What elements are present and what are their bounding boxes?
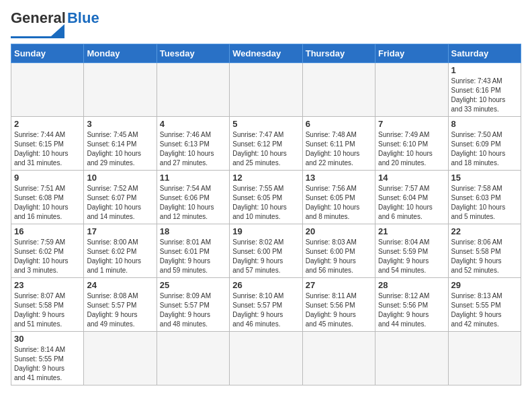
day-number: 9 [14, 173, 81, 183]
calendar-day-cell: 15Sunrise: 7:58 AM Sunset: 6:03 PM Dayli… [448, 171, 521, 224]
day-number: 28 [378, 280, 445, 290]
day-number: 10 [87, 173, 153, 183]
logo: General Blue [11, 11, 99, 38]
day-number: 23 [14, 280, 81, 290]
day-info: Sunrise: 8:00 AM Sunset: 6:02 PM Dayligh… [87, 238, 153, 275]
day-number: 24 [87, 280, 153, 290]
day-info: Sunrise: 7:43 AM Sunset: 6:16 PM Dayligh… [451, 77, 518, 114]
day-info: Sunrise: 8:04 AM Sunset: 5:59 PM Dayligh… [378, 238, 445, 275]
day-info: Sunrise: 8:12 AM Sunset: 5:56 PM Dayligh… [378, 291, 445, 329]
calendar-day-cell: 4Sunrise: 7:46 AM Sunset: 6:13 PM Daylig… [157, 117, 229, 171]
calendar-day-cell: 12Sunrise: 7:55 AM Sunset: 6:05 PM Dayli… [230, 171, 302, 224]
calendar-day-cell: 16Sunrise: 7:59 AM Sunset: 6:02 PM Dayli… [11, 224, 84, 278]
day-number: 27 [306, 280, 372, 290]
calendar: SundayMondayTuesdayWednesdayThursdayFrid… [11, 44, 521, 385]
day-info: Sunrise: 7:46 AM Sunset: 6:13 PM Dayligh… [160, 130, 226, 168]
weekday-header-row: SundayMondayTuesdayWednesdayThursdayFrid… [11, 44, 521, 63]
day-number: 15 [451, 173, 518, 183]
day-number: 3 [87, 119, 153, 129]
day-info: Sunrise: 7:51 AM Sunset: 6:08 PM Dayligh… [14, 184, 81, 222]
calendar-day-cell: 2Sunrise: 7:44 AM Sunset: 6:15 PM Daylig… [11, 117, 84, 171]
day-number: 25 [160, 280, 226, 290]
day-info: Sunrise: 7:44 AM Sunset: 6:15 PM Dayligh… [14, 130, 81, 168]
calendar-day-cell: 14Sunrise: 7:57 AM Sunset: 6:04 PM Dayli… [375, 171, 448, 224]
calendar-day-cell [84, 332, 157, 385]
day-number: 17 [87, 226, 153, 236]
day-info: Sunrise: 7:58 AM Sunset: 6:03 PM Dayligh… [451, 184, 518, 222]
day-number: 19 [232, 226, 299, 236]
day-info: Sunrise: 8:01 AM Sunset: 6:01 PM Dayligh… [160, 238, 226, 275]
day-info: Sunrise: 7:45 AM Sunset: 6:14 PM Dayligh… [87, 130, 153, 168]
day-info: Sunrise: 7:47 AM Sunset: 6:12 PM Dayligh… [232, 130, 299, 168]
calendar-day-cell: 18Sunrise: 8:01 AM Sunset: 6:01 PM Dayli… [157, 224, 229, 278]
weekday-header-wednesday: Wednesday [230, 44, 302, 63]
day-number: 2 [14, 119, 81, 129]
day-info: Sunrise: 8:02 AM Sunset: 6:00 PM Dayligh… [232, 238, 299, 275]
calendar-day-cell [230, 332, 302, 385]
calendar-day-cell [230, 63, 302, 117]
calendar-day-cell: 1Sunrise: 7:43 AM Sunset: 6:16 PM Daylig… [448, 63, 521, 117]
calendar-day-cell [302, 332, 375, 385]
calendar-day-cell: 7Sunrise: 7:49 AM Sunset: 6:10 PM Daylig… [375, 117, 448, 171]
day-info: Sunrise: 8:13 AM Sunset: 5:55 PM Dayligh… [451, 291, 518, 329]
day-number: 22 [451, 226, 518, 236]
day-number: 7 [378, 119, 445, 129]
day-number: 16 [14, 226, 81, 236]
calendar-week-row: 2Sunrise: 7:44 AM Sunset: 6:15 PM Daylig… [11, 117, 521, 171]
calendar-day-cell: 13Sunrise: 7:56 AM Sunset: 6:05 PM Dayli… [302, 171, 375, 224]
weekday-header-saturday: Saturday [448, 44, 521, 63]
day-info: Sunrise: 7:54 AM Sunset: 6:06 PM Dayligh… [160, 184, 226, 222]
day-info: Sunrise: 7:48 AM Sunset: 6:11 PM Dayligh… [306, 130, 372, 168]
logo-text-blue: Blue [67, 11, 99, 26]
day-number: 6 [306, 119, 372, 129]
calendar-day-cell: 11Sunrise: 7:54 AM Sunset: 6:06 PM Dayli… [157, 171, 229, 224]
calendar-day-cell [157, 63, 229, 117]
weekday-header-monday: Monday [84, 44, 157, 63]
calendar-day-cell: 17Sunrise: 8:00 AM Sunset: 6:02 PM Dayli… [84, 224, 157, 278]
weekday-header-tuesday: Tuesday [157, 44, 229, 63]
calendar-day-cell: 6Sunrise: 7:48 AM Sunset: 6:11 PM Daylig… [302, 117, 375, 171]
calendar-day-cell [157, 332, 229, 385]
day-number: 26 [232, 280, 299, 290]
day-number: 30 [14, 334, 81, 344]
calendar-day-cell: 19Sunrise: 8:02 AM Sunset: 6:00 PM Dayli… [230, 224, 302, 278]
calendar-day-cell: 10Sunrise: 7:52 AM Sunset: 6:07 PM Dayli… [84, 171, 157, 224]
calendar-day-cell [375, 63, 448, 117]
day-number: 4 [160, 119, 226, 129]
day-info: Sunrise: 7:55 AM Sunset: 6:05 PM Dayligh… [232, 184, 299, 222]
calendar-week-row: 30Sunrise: 8:14 AM Sunset: 5:55 PM Dayli… [11, 332, 521, 385]
day-number: 5 [232, 119, 299, 129]
day-info: Sunrise: 8:06 AM Sunset: 5:58 PM Dayligh… [451, 238, 518, 275]
page-header: General Blue [11, 11, 521, 38]
calendar-day-cell: 24Sunrise: 8:08 AM Sunset: 5:57 PM Dayli… [84, 278, 157, 332]
calendar-week-row: 1Sunrise: 7:43 AM Sunset: 6:16 PM Daylig… [11, 63, 521, 117]
calendar-week-row: 9Sunrise: 7:51 AM Sunset: 6:08 PM Daylig… [11, 171, 521, 224]
day-info: Sunrise: 8:08 AM Sunset: 5:57 PM Dayligh… [87, 291, 153, 329]
day-number: 13 [306, 173, 372, 183]
calendar-day-cell: 30Sunrise: 8:14 AM Sunset: 5:55 PM Dayli… [11, 332, 84, 385]
weekday-header-thursday: Thursday [302, 44, 375, 63]
calendar-week-row: 23Sunrise: 8:07 AM Sunset: 5:58 PM Dayli… [11, 278, 521, 332]
calendar-day-cell [11, 63, 84, 117]
calendar-week-row: 16Sunrise: 7:59 AM Sunset: 6:02 PM Dayli… [11, 224, 521, 278]
day-number: 21 [378, 226, 445, 236]
day-number: 18 [160, 226, 226, 236]
calendar-day-cell: 26Sunrise: 8:10 AM Sunset: 5:57 PM Dayli… [230, 278, 302, 332]
calendar-day-cell: 21Sunrise: 8:04 AM Sunset: 5:59 PM Dayli… [375, 224, 448, 278]
day-number: 29 [451, 280, 518, 290]
calendar-day-cell [84, 63, 157, 117]
day-number: 12 [232, 173, 299, 183]
day-info: Sunrise: 8:14 AM Sunset: 5:55 PM Dayligh… [14, 345, 81, 383]
day-number: 8 [451, 119, 518, 129]
calendar-day-cell: 8Sunrise: 7:50 AM Sunset: 6:09 PM Daylig… [448, 117, 521, 171]
day-info: Sunrise: 7:52 AM Sunset: 6:07 PM Dayligh… [87, 184, 153, 222]
logo-text-general: General [11, 11, 66, 26]
calendar-day-cell: 5Sunrise: 7:47 AM Sunset: 6:12 PM Daylig… [230, 117, 302, 171]
calendar-day-cell: 3Sunrise: 7:45 AM Sunset: 6:14 PM Daylig… [84, 117, 157, 171]
weekday-header-sunday: Sunday [11, 44, 84, 63]
day-number: 1 [451, 65, 518, 75]
calendar-day-cell: 20Sunrise: 8:03 AM Sunset: 6:00 PM Dayli… [302, 224, 375, 278]
weekday-header-friday: Friday [375, 44, 448, 63]
day-info: Sunrise: 7:59 AM Sunset: 6:02 PM Dayligh… [14, 238, 81, 275]
day-info: Sunrise: 8:09 AM Sunset: 5:57 PM Dayligh… [160, 291, 226, 329]
